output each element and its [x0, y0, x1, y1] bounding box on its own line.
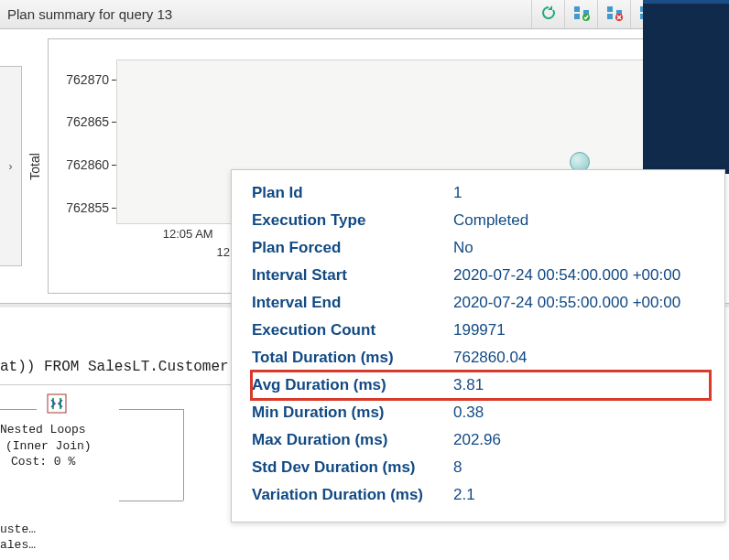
- tooltip-row: Total Duration (ms)762860.04: [252, 344, 710, 372]
- tooltip-label: Interval End: [252, 294, 453, 312]
- tooltip-label: Variation Duration (ms): [252, 486, 453, 504]
- tooltip-label: Interval Start: [252, 266, 453, 285]
- tooltip-value: 3.81: [453, 376, 710, 394]
- tooltip-value: 2020-07-24 00:54:00.000 +00:00: [453, 266, 710, 285]
- svg-rect-4: [607, 6, 613, 12]
- tooltip-row: Execution TypeCompleted: [252, 207, 710, 234]
- window-title: Plan summary for query 13: [0, 6, 531, 22]
- nested-loops-icon: [46, 393, 68, 415]
- tooltip-label: Plan Forced: [252, 239, 453, 257]
- tooltip-label: Std Dev Duration (ms): [252, 458, 453, 477]
- refresh-icon: [539, 4, 558, 26]
- exec-plan-diagram: Nested Loops (Inner Join) Cost: 0 % uste…: [0, 384, 238, 549]
- x-tick: 12:05 AM: [163, 227, 213, 241]
- svg-rect-0: [574, 6, 580, 12]
- tooltip-label: Plan Id: [252, 184, 453, 202]
- y-tick: 762860: [66, 157, 109, 172]
- chevron-right-icon: ›: [9, 160, 13, 173]
- y-tick: 762865: [66, 114, 109, 129]
- tooltip-value: Completed: [453, 211, 710, 230]
- tooltip-value: 2.1: [453, 486, 710, 504]
- tooltip-row: Avg Duration (ms)3.81: [252, 372, 710, 399]
- sql-text-fragment: at)) FROM SalesLT.Customer: [0, 359, 229, 375]
- unforce-plan-icon: [605, 4, 624, 26]
- tooltip-value: 2020-07-24 00:55:00.000 +00:00: [453, 294, 710, 312]
- tooltip-row: Interval Start2020-07-24 00:54:00.000 +0…: [252, 262, 710, 289]
- svg-rect-1: [574, 14, 580, 19]
- chart-y-axis-label: Total: [22, 29, 48, 303]
- unforce-plan-button[interactable]: [597, 0, 630, 28]
- force-plan-icon: [572, 4, 591, 26]
- titlebar: Plan summary for query 13: [0, 0, 729, 29]
- svg-rect-5: [607, 14, 613, 19]
- tooltip-row: Plan ForcedNo: [252, 234, 710, 262]
- svg-rect-14: [48, 394, 66, 413]
- tooltip-label: Min Duration (ms): [252, 404, 453, 422]
- tooltip-value: 8: [453, 458, 710, 477]
- tooltip-row: Variation Duration (ms)2.1: [252, 481, 710, 509]
- side-expander[interactable]: ›: [0, 66, 22, 266]
- tooltip-label: Avg Duration (ms): [252, 376, 453, 394]
- tooltip-label: Total Duration (ms): [252, 349, 453, 367]
- chart-y-ticks: 762870 762865 762860 762855: [56, 59, 113, 224]
- y-tick: 762855: [66, 200, 109, 215]
- plan-details-tooltip: Plan Id1Execution TypeCompletedPlan Forc…: [231, 169, 725, 522]
- tooltip-value: 0.38: [453, 404, 710, 422]
- tooltip-row: Execution Count199971: [252, 317, 710, 344]
- tooltip-label: Max Duration (ms): [252, 431, 453, 449]
- desktop-background: [643, 0, 729, 174]
- tooltip-row: Min Duration (ms)0.38: [252, 399, 710, 426]
- tooltip-row: Interval End2020-07-24 00:55:00.000 +00:…: [252, 289, 710, 317]
- force-plan-button[interactable]: [564, 0, 597, 28]
- tooltip-value: 199971: [453, 321, 710, 339]
- tooltip-value: 1: [453, 184, 710, 202]
- exec-plan-node-text: Nested Loops (Inner Join) Cost: 0 %: [0, 422, 92, 470]
- tooltip-label: Execution Count: [252, 321, 453, 339]
- tooltip-row: Max Duration (ms)202.96: [252, 426, 710, 454]
- y-tick: 762870: [66, 72, 109, 87]
- tooltip-value: 762860.04: [453, 349, 710, 367]
- tooltip-row: Std Dev Duration (ms)8: [252, 454, 710, 481]
- tooltip-value: No: [453, 239, 710, 257]
- tooltip-label: Execution Type: [252, 211, 453, 230]
- exec-plan-trailing-text: uste… ales…: [0, 522, 36, 554]
- tooltip-row: Plan Id1: [252, 179, 710, 207]
- tooltip-value: 202.96: [453, 431, 710, 449]
- refresh-button[interactable]: [531, 0, 564, 28]
